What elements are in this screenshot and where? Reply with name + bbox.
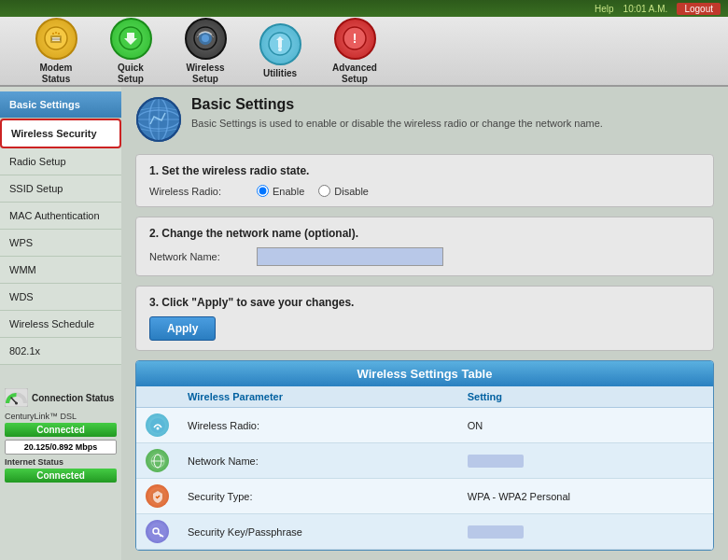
isp-name: CenturyLink™ DSL bbox=[5, 412, 117, 421]
mac-auth-label: MAC Authentication bbox=[9, 210, 100, 221]
svg-point-4 bbox=[52, 33, 54, 35]
security-key-value bbox=[458, 514, 713, 550]
disable-radio-input[interactable] bbox=[318, 185, 330, 197]
speedometer-icon bbox=[5, 388, 28, 407]
sidebar-item-radio-setup[interactable]: Radio Setup bbox=[0, 148, 121, 175]
speed-display: 20.125/0.892 Mbps bbox=[5, 440, 117, 455]
security-type-param: Security Type: bbox=[178, 479, 458, 514]
network-name-label: Network Name: bbox=[149, 251, 243, 262]
internet-connected-status: Connected bbox=[5, 469, 117, 483]
table-row: Security Key/Passphrase bbox=[136, 514, 713, 550]
advanced-icon: ! bbox=[334, 18, 376, 60]
time-display: 10:01 A.M. bbox=[623, 4, 668, 14]
svg-point-5 bbox=[55, 32, 57, 34]
wds-label: WDS bbox=[9, 291, 34, 302]
sidebar-item-wps[interactable]: WPS bbox=[0, 230, 121, 257]
8021x-label: 802.1x bbox=[9, 345, 40, 357]
network-name-highlight bbox=[468, 455, 525, 468]
nav-utilities[interactable]: Utilities bbox=[252, 23, 308, 79]
help-link[interactable]: Help bbox=[595, 4, 614, 14]
wireless-label: WirelessSetup bbox=[186, 63, 224, 85]
radio-setup-label: Radio Setup bbox=[9, 156, 66, 167]
sidebar-item-wireless-security[interactable]: Wireless Security bbox=[0, 119, 121, 148]
connection-status-panel: Connection Status CenturyLink™ DSL Conne… bbox=[0, 384, 121, 490]
settings-table-title: Wireless Settings Table bbox=[136, 361, 713, 386]
svg-point-17 bbox=[15, 402, 18, 405]
utilities-label: Utilities bbox=[263, 68, 297, 79]
top-bar: Help 10:01 A.M. Logout bbox=[0, 0, 728, 17]
enable-radio-input[interactable] bbox=[257, 185, 269, 197]
basic-settings-label: Basic Settings bbox=[9, 99, 80, 110]
sidebar-item-wds[interactable]: WDS bbox=[0, 284, 121, 311]
table-setting-header: Setting bbox=[458, 386, 713, 408]
apply-button[interactable]: Apply bbox=[149, 316, 216, 341]
security-key-highlight bbox=[468, 525, 525, 539]
wireless-schedule-label: Wireless Schedule bbox=[9, 318, 94, 329]
svg-point-24 bbox=[150, 418, 165, 433]
section1-title: 1. Set the wireless radio state. bbox=[149, 164, 700, 177]
security-key-param: Security Key/Passphrase bbox=[178, 514, 458, 550]
quick-icon bbox=[110, 18, 152, 60]
page-title: Basic Settings bbox=[191, 96, 603, 113]
wmm-label: WMM bbox=[9, 264, 36, 275]
sidebar-item-basic-settings[interactable]: Basic Settings bbox=[0, 91, 121, 119]
settings-table: Wireless Parameter Setting bbox=[136, 386, 713, 550]
sidebar: Basic Settings Wireless Security Radio S… bbox=[0, 87, 121, 560]
nav-modem[interactable]: ModemStatus bbox=[28, 18, 84, 85]
table-icon-col bbox=[136, 386, 178, 408]
svg-point-10 bbox=[202, 35, 209, 42]
nav-advanced[interactable]: ! AdvancedSetup bbox=[327, 18, 383, 85]
security-type-value: WPA - WPA2 Personal bbox=[458, 479, 713, 514]
sidebar-item-ssid-setup[interactable]: SSID Setup bbox=[0, 175, 121, 203]
utilities-icon bbox=[259, 23, 301, 65]
network-name-param: Network Name: bbox=[178, 443, 458, 479]
sidebar-item-wireless-schedule[interactable]: Wireless Schedule bbox=[0, 311, 121, 338]
wireless-radio-value: ON bbox=[458, 408, 713, 443]
table-row: Network Name: bbox=[136, 443, 713, 479]
table-row: Wireless Radio: ON bbox=[136, 408, 713, 443]
nav-quick[interactable]: QuickSetup bbox=[103, 18, 159, 85]
logout-button[interactable]: Logout bbox=[677, 3, 721, 15]
section2-title: 2. Change the network name (optional). bbox=[149, 227, 700, 240]
radio-row-icon bbox=[146, 413, 169, 437]
modem-icon bbox=[35, 18, 77, 60]
connected-status: Connected bbox=[5, 423, 117, 437]
svg-point-25 bbox=[156, 427, 159, 429]
wireless-radio-param: Wireless Radio: bbox=[178, 408, 458, 443]
enable-radio-option[interactable]: Enable bbox=[257, 185, 304, 197]
page-header: Basic Settings Basic Settings is used to… bbox=[135, 96, 714, 143]
security-row-icon bbox=[146, 484, 169, 508]
section3-title: 3. Click "Apply" to save your changes. bbox=[149, 296, 700, 309]
nav-wireless[interactable]: WirelessSetup bbox=[177, 18, 233, 85]
disable-label: Disable bbox=[334, 186, 369, 197]
advanced-label: AdvancedSetup bbox=[332, 63, 377, 85]
svg-point-6 bbox=[58, 33, 60, 35]
wireless-setup-icon bbox=[185, 18, 227, 60]
nav-bar: ModemStatus QuickSetup WirelessSetup bbox=[0, 17, 728, 87]
page-description: Basic Settings is used to enable or disa… bbox=[191, 117, 603, 131]
network-name-input[interactable] bbox=[257, 247, 443, 266]
settings-table-container: Wireless Settings Table Wireless Paramet… bbox=[135, 360, 714, 551]
wps-label: WPS bbox=[9, 237, 33, 248]
quick-label: QuickSetup bbox=[118, 63, 144, 85]
page-icon bbox=[135, 96, 182, 143]
ssid-setup-label: SSID Setup bbox=[9, 183, 63, 194]
content-area: Basic Settings Basic Settings is used to… bbox=[121, 87, 728, 560]
svg-text:!: ! bbox=[353, 31, 357, 46]
sidebar-item-8021x[interactable]: 802.1x bbox=[0, 338, 121, 365]
network-row-icon bbox=[146, 449, 169, 472]
sidebar-item-wmm[interactable]: WMM bbox=[0, 257, 121, 284]
sidebar-item-mac-auth[interactable]: MAC Authentication bbox=[0, 203, 121, 230]
enable-label: Enable bbox=[273, 186, 304, 197]
connection-title: Connection Status bbox=[32, 393, 114, 403]
table-param-header: Wireless Parameter bbox=[178, 386, 458, 408]
internet-status-label: Internet Status bbox=[5, 457, 117, 467]
section-radio-state: 1. Set the wireless radio state. Wireles… bbox=[135, 154, 714, 207]
table-row: Security Type: WPA - WPA2 Personal bbox=[136, 479, 713, 514]
page-title-block: Basic Settings Basic Settings is used to… bbox=[191, 96, 603, 131]
modem-label: ModemStatus bbox=[40, 63, 73, 85]
disable-radio-option[interactable]: Disable bbox=[318, 185, 369, 197]
section-network-name: 2. Change the network name (optional). N… bbox=[135, 217, 714, 276]
main-area: Basic Settings Wireless Security Radio S… bbox=[0, 87, 728, 560]
section-apply: 3. Click "Apply" to save your changes. A… bbox=[135, 286, 714, 351]
